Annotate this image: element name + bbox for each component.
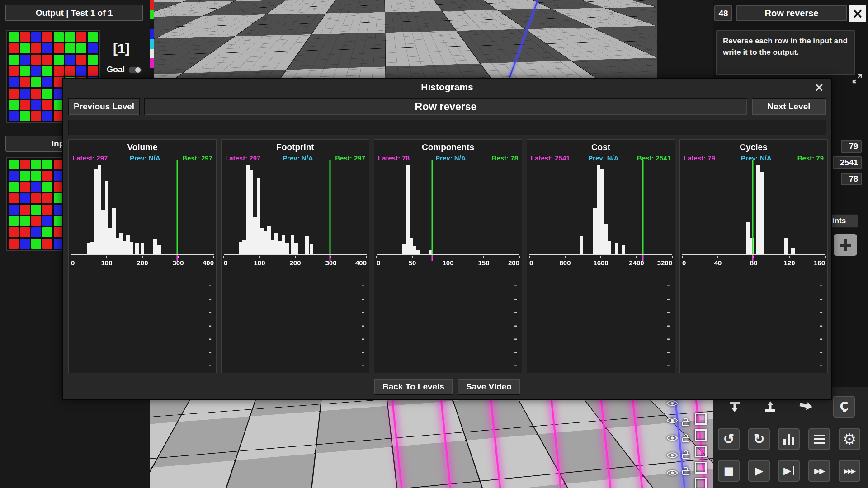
save-video-button[interactable]: Save Video bbox=[458, 379, 520, 395]
grid-cell bbox=[9, 160, 19, 169]
placeholder-dash: - bbox=[667, 359, 670, 372]
placeholder-dash: - bbox=[667, 305, 670, 319]
layer-lock-icon[interactable] bbox=[682, 418, 690, 428]
histogram-bar bbox=[294, 243, 298, 254]
prev-stat: Prev: N/A bbox=[588, 154, 619, 162]
palette-swatch bbox=[150, 19, 154, 29]
histogram-bar bbox=[101, 210, 105, 254]
next-level-button[interactable]: Next Level bbox=[752, 98, 826, 115]
histogram-bar bbox=[756, 165, 760, 254]
grid-cell bbox=[42, 239, 52, 249]
histogram-bar bbox=[112, 208, 116, 254]
dialog-close-button[interactable]: × bbox=[814, 80, 824, 94]
axis-tick-label: 100 bbox=[442, 259, 453, 267]
add-button[interactable] bbox=[834, 234, 857, 256]
best-score-line bbox=[432, 160, 433, 254]
grid-cell bbox=[31, 100, 41, 110]
layer-select-square[interactable] bbox=[695, 413, 707, 425]
goal-toggle[interactable] bbox=[128, 66, 142, 74]
best-stat: Best: 297 bbox=[335, 154, 365, 162]
settings-button[interactable]: ⚙ bbox=[839, 428, 860, 450]
histogram-bar bbox=[413, 246, 417, 254]
cycles-stat-box: 79 bbox=[841, 140, 862, 153]
leaderboard-placeholders: ------- bbox=[222, 279, 364, 372]
expand-icon[interactable] bbox=[852, 73, 863, 86]
grid-cell bbox=[31, 205, 41, 215]
grid-cell bbox=[76, 55, 86, 65]
window-close-button[interactable]: × bbox=[849, 5, 866, 22]
placeholder-dash: - bbox=[208, 319, 212, 333]
histogram-bar bbox=[760, 172, 764, 254]
grid-cell bbox=[31, 43, 41, 53]
dialog-title: Histograms bbox=[63, 82, 831, 93]
histogram-bar bbox=[94, 169, 98, 254]
histogram-bar bbox=[123, 241, 127, 254]
grid-cell bbox=[42, 193, 52, 203]
layer-select-square[interactable] bbox=[695, 429, 707, 441]
grid-cell bbox=[20, 216, 30, 226]
grid-cell bbox=[9, 32, 19, 42]
histogram-button[interactable] bbox=[778, 428, 800, 450]
previous-level-button[interactable]: Previous Level bbox=[68, 98, 140, 115]
fast-forward-button[interactable]: ▶▶ bbox=[808, 460, 830, 482]
hints-button-partial[interactable]: ints bbox=[830, 214, 858, 228]
grid-cell bbox=[20, 160, 30, 169]
palette-swatch bbox=[150, 58, 154, 68]
layer-select-square[interactable] bbox=[695, 478, 707, 488]
grid-cell bbox=[88, 43, 98, 53]
layer-lock-icon[interactable] bbox=[682, 434, 690, 445]
placeholder-dash: - bbox=[820, 319, 823, 333]
close-icon: × bbox=[852, 7, 863, 20]
grid-cell bbox=[31, 160, 41, 169]
layer-visibility-eye-icon[interactable] bbox=[666, 417, 678, 426]
list-button[interactable] bbox=[808, 428, 830, 450]
histogram-bar bbox=[153, 239, 157, 254]
axis-tick-label: 1600 bbox=[593, 259, 608, 267]
prev-stat: Prev: N/A bbox=[741, 154, 772, 162]
placeholder-dash: - bbox=[361, 346, 364, 359]
placeholder-dash: - bbox=[514, 279, 517, 292]
axis-tick-label: 40 bbox=[714, 259, 722, 267]
game-viewport: Output | Test 1 of 1 [1] Goal Input 48 R… bbox=[0, 0, 868, 488]
layer-visibility-eye-icon[interactable] bbox=[666, 451, 678, 461]
max-speed-button[interactable]: ▶▶▶ bbox=[839, 460, 860, 482]
grid-cell bbox=[9, 55, 19, 65]
latest-stat: Latest: 297 bbox=[72, 154, 108, 162]
histogram-bar bbox=[108, 228, 112, 254]
histogram-bar bbox=[615, 243, 618, 254]
histogram-bar bbox=[597, 165, 600, 254]
placeholder-dash: - bbox=[667, 332, 670, 346]
back-to-levels-button[interactable]: Back To Levels bbox=[374, 379, 453, 395]
best-score-line bbox=[176, 160, 178, 254]
step-button[interactable]: ▶ bbox=[778, 460, 800, 482]
leaderboard-placeholders: ------- bbox=[680, 279, 823, 372]
histogram-panel-volume: Volume Latest: 297 Prev: N/A Best: 297 0… bbox=[68, 139, 217, 373]
layer-lock-icon[interactable] bbox=[682, 450, 690, 461]
histogram-bar bbox=[271, 240, 274, 254]
grid-cell bbox=[20, 171, 30, 181]
redo-button[interactable]: ↻ bbox=[748, 428, 770, 450]
placeholder-dash: - bbox=[820, 346, 823, 359]
axis-tick-label: 200 bbox=[508, 259, 519, 267]
histogram-bar bbox=[119, 233, 123, 254]
stop-button[interactable]: ■ bbox=[718, 460, 740, 482]
layer-visibility-eye-icon[interactable] bbox=[666, 469, 678, 479]
placeholder-dash: - bbox=[208, 359, 212, 372]
play-button[interactable]: ▶ bbox=[748, 460, 770, 482]
grid-cell bbox=[9, 239, 19, 249]
undo-button[interactable]: ↺ bbox=[718, 428, 740, 450]
histogram-bar bbox=[141, 243, 144, 254]
grid-cell bbox=[88, 55, 98, 65]
c-tool-button[interactable]: C bbox=[833, 396, 855, 418]
layer-select-square[interactable] bbox=[695, 462, 707, 474]
layer-lock-icon[interactable] bbox=[682, 466, 690, 477]
layer-select-square[interactable] bbox=[695, 446, 707, 457]
layer-visibility-eye-icon[interactable] bbox=[666, 434, 678, 444]
placeholder-dash: - bbox=[820, 279, 823, 292]
axis-tick-label: 0 bbox=[682, 259, 686, 267]
grid-cell bbox=[20, 239, 30, 249]
layer-visibility-eye-icon[interactable] bbox=[666, 399, 678, 409]
histogram-bar bbox=[278, 241, 282, 254]
histogram-bar bbox=[608, 241, 611, 254]
latest-score-tick bbox=[329, 255, 330, 261]
